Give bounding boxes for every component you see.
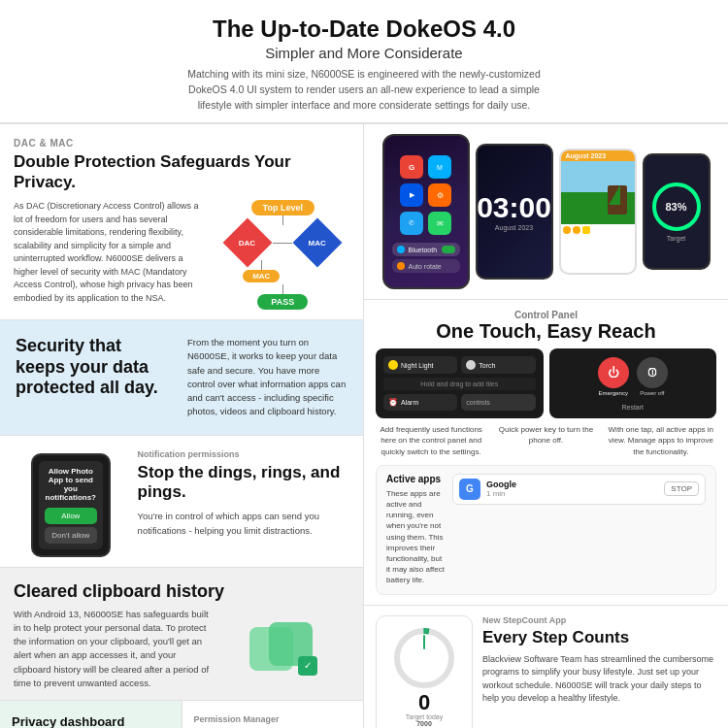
torch-label: Torch xyxy=(479,362,495,369)
notification-label: Notification permissions xyxy=(138,449,349,459)
app-name: Google xyxy=(486,480,516,489)
phone-screens-area: G M ▶ ⚙ ✆ ✉ Bluetooth xyxy=(364,124,728,300)
control-panel-title: One Touch, Easy Reach xyxy=(376,320,716,343)
app-time: 1 min xyxy=(486,489,516,498)
allow-button[interactable]: Allow xyxy=(45,508,97,524)
step-gauge-mock: 0 Target today 7000 Set Target History s… xyxy=(376,615,473,729)
add-desc: Add frequently used functions here on th… xyxy=(376,424,486,457)
security-section: Security that keeps your data protected … xyxy=(0,320,363,436)
notification-section: Allow Photo App to send you notification… xyxy=(0,436,363,568)
clipboard-text: With Android 13, N6000SE has safeguards … xyxy=(14,608,211,691)
app-icon-google: G xyxy=(459,479,480,500)
notification-text: You're in control of which apps can send… xyxy=(138,510,349,538)
dac-label: DAC & MAC xyxy=(14,138,349,149)
control-panel-section: Control Panel One Touch, Easy Reach Nigh… xyxy=(364,300,728,605)
page-title: The Up-to-Date DokeOS 4.0 xyxy=(213,16,515,43)
main-phone-screen: G M ▶ ⚙ ✆ ✉ Bluetooth xyxy=(382,134,470,289)
step-target-number: 7000 xyxy=(384,720,464,727)
privacy-section: Privacy dashboard Past 24 hours xyxy=(0,701,182,728)
dont-allow-button[interactable]: Don't allow xyxy=(45,527,97,544)
dac-title: Double Protection Safeguards Your Privac… xyxy=(14,152,349,192)
dac-mac-section: DAC & MAC Double Protection Safeguards Y… xyxy=(0,124,363,320)
power-desc: Quick power key to turn the phone off. xyxy=(490,424,601,457)
notification-title: Stop the dings, rings, and pings. xyxy=(138,463,349,503)
permission-section: Permission Manager Get non-stop protecti… xyxy=(182,701,364,728)
power-off-label: Power off xyxy=(640,390,664,396)
control-panel-label: Control Panel xyxy=(376,310,716,320)
active-apps-strip: Active apps These apps are active and ru… xyxy=(376,465,716,595)
stepcount-title: Every Step Counts xyxy=(482,628,716,647)
security-text: From the moment you turn on N6000SE, it … xyxy=(187,336,347,419)
step-target-value: 0 xyxy=(384,692,464,713)
night-light-label: Night Light xyxy=(401,362,433,369)
active-desc: With one tap, all active apps in view. M… xyxy=(606,424,716,457)
gauge-screen: 83% Target xyxy=(643,153,711,270)
clock-time: 03:00 xyxy=(477,193,551,222)
restart-label: Restart xyxy=(621,404,644,411)
active-apps-title: Active apps xyxy=(386,474,445,484)
flow-diagram: Top Level DAC xyxy=(230,200,335,310)
stop-button[interactable]: STOP xyxy=(664,481,699,496)
power-menu-mock: ⏻ Emergency ⏼ Power off Resta xyxy=(549,348,717,418)
clock-date: August 2023 xyxy=(495,224,533,231)
alarm-label: Alarm xyxy=(401,399,418,406)
dac-text: As DAC (Discretionary Access Control) al… xyxy=(14,200,207,305)
clock-screen: 03:00 August 2023 xyxy=(476,144,553,280)
active-apps-text: These apps are active and running, even … xyxy=(386,488,445,586)
clipboard-title: Cleared clipboard history xyxy=(14,581,349,602)
step-gauge-svg xyxy=(390,624,458,692)
stepcount-new-label: New StepCount App xyxy=(482,615,716,625)
clipboard-section: Cleared clipboard history With Android 1… xyxy=(0,568,363,702)
notification-dialog-title: Allow Photo App to send you notification… xyxy=(45,467,97,502)
battery-percent: 83% xyxy=(665,201,686,213)
controls-label: controls xyxy=(466,399,490,406)
quick-settings-mock: Night Light Torch Hold and drag to add t… xyxy=(376,348,544,418)
stepcount-section: 0 Target today 7000 Set Target History s… xyxy=(364,606,728,729)
permission-label: Permission Manager xyxy=(194,714,352,724)
step-target-label: Target today xyxy=(384,713,464,720)
page-subtitle: Simpler and More Considerate xyxy=(265,45,462,61)
page-description: Matching with its mini size, N6000SE is … xyxy=(180,67,548,113)
security-title: Security that keeps your data protected … xyxy=(16,336,176,399)
calendar-screen: August 2023 xyxy=(559,149,637,275)
stepcount-text: Blackview Software Team has streamlined … xyxy=(482,653,716,706)
emergency-label: Emergency xyxy=(599,390,628,396)
privacy-title: Privacy dashboard xyxy=(12,714,170,728)
